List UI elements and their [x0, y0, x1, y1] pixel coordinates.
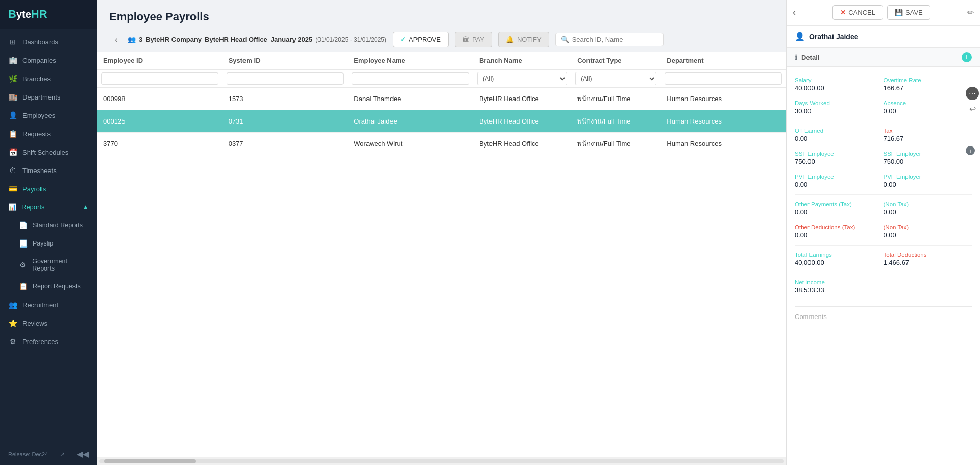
sidebar-item-government-reports[interactable]: ⚙ Government Reports	[0, 253, 97, 277]
days-worked-label: Days Worked	[795, 100, 879, 106]
search-box[interactable]: 🔍	[555, 33, 664, 46]
sidebar-item-requests[interactable]: 📋 Requests	[0, 125, 97, 143]
horizontal-scrollbar[interactable]	[97, 457, 786, 465]
sidebar-item-label: Reports	[21, 203, 45, 211]
field-pvf-employer: PVF Employer 0.00	[884, 169, 972, 192]
right-panel: ‹ ✕ CANCEL 💾 SAVE ✏ 👤 Orathai Jaidee ℹ D…	[786, 0, 980, 465]
sidebar-footer: Release: Dec24 ↗ ◀◀	[0, 443, 97, 465]
filter-system-id[interactable]	[227, 72, 344, 85]
field-other-deductions-nontax: (Non Tax) 0.00	[884, 220, 972, 243]
tax-value: 716.67	[884, 135, 968, 142]
other-payments-tax-value: 0.00	[795, 208, 879, 216]
field-ssf-employer: SSF Employer 750.00	[884, 146, 972, 169]
info-circle-icon: ℹ	[795, 53, 797, 61]
reviews-icon: ⭐	[8, 319, 17, 327]
more-options-button[interactable]: ⋯	[966, 87, 979, 100]
timesheet-icon: ⏱	[8, 166, 17, 175]
pvf-employee-label: PVF Employee	[795, 174, 879, 180]
filter-department[interactable]	[665, 72, 782, 85]
page-area: Employee Payrolls ‹ 👥 3 ByteHR Company B…	[97, 0, 786, 465]
ot-earned-value: 0.00	[795, 135, 879, 142]
external-link-icon[interactable]: ↗	[60, 451, 65, 458]
shift-icon: 📅	[8, 148, 17, 156]
sidebar-item-departments[interactable]: 🏬 Departments	[0, 88, 97, 106]
sidebar-item-timesheets[interactable]: ⏱ Timesheets	[0, 161, 97, 180]
sidebar-collapse-button[interactable]: ◀◀	[77, 449, 89, 459]
other-payments-nontax-value: 0.00	[884, 208, 968, 216]
approve-button[interactable]: ✓ APPROVE	[393, 32, 449, 47]
ssf-employee-label: SSF Employee	[795, 151, 879, 157]
days-worked-value: 30.00	[795, 107, 879, 115]
notify-label: NOTIFY	[517, 36, 542, 43]
sidebar-item-payslip[interactable]: 📃 Payslip	[0, 234, 97, 253]
table-row[interactable]: 000998 1573 Danai Thamdee ByteHR Head Of…	[97, 88, 786, 110]
col-system-id: System ID	[223, 52, 348, 70]
back-button[interactable]: ‹	[793, 7, 796, 18]
sidebar-item-preferences[interactable]: ⚙ Preferences	[0, 332, 97, 351]
col-employee-id: Employee ID	[97, 52, 223, 70]
col-department: Department	[660, 52, 786, 70]
sidebar-item-shift-schedules[interactable]: 📅 Shift Schedules	[0, 143, 97, 161]
sidebar-item-label: Companies	[22, 57, 56, 64]
company-name: ByteHR Company	[145, 36, 202, 43]
sidebar-item-label: Reviews	[22, 320, 47, 327]
save-button[interactable]: 💾 SAVE	[887, 5, 930, 20]
field-other-payments-nontax: (Non Tax) 0.00	[884, 197, 972, 220]
cell-name: Worawech Wirut	[348, 133, 473, 155]
sidebar-item-companies[interactable]: 🏢 Companies	[0, 51, 97, 69]
sidebar-item-recruitment[interactable]: 👥 Recruitment	[0, 296, 97, 314]
col-branch-name: Branch Name	[473, 52, 571, 70]
table-row-selected[interactable]: 000125 0731 Orathai Jaidee ByteHR Head O…	[97, 110, 786, 133]
edit-button[interactable]: ✏	[967, 8, 974, 17]
sidebar-item-standard-reports[interactable]: 📄 Standard Reports	[0, 216, 97, 234]
requests-icon: 📋	[8, 130, 17, 138]
cell-sys-id: 0731	[223, 110, 348, 133]
detail-info-icon[interactable]: i	[962, 52, 972, 62]
preferences-icon: ⚙	[8, 337, 17, 346]
cell-branch: ByteHR Head Office	[473, 133, 571, 155]
cancel-label: CANCEL	[848, 9, 875, 16]
cell-contract: พนักงาน/Full Time	[571, 133, 660, 155]
branches-icon: 🌿	[8, 75, 17, 83]
sidebar-item-payrolls[interactable]: 💳 Payrolls	[0, 180, 97, 198]
sidebar-item-branches[interactable]: 🌿 Branches	[0, 69, 97, 88]
month-name: January 2025	[271, 36, 312, 43]
table-row[interactable]: 3770 0377 Worawech Wirut ByteHR Head Off…	[97, 133, 786, 155]
filter-employee-name[interactable]	[352, 72, 469, 85]
cell-name: Danai Thamdee	[348, 88, 473, 110]
filter-contract[interactable]: (All)	[575, 72, 656, 85]
scrollbar-thumb[interactable]	[104, 459, 196, 463]
other-deductions-nontax-value: 0.00	[884, 231, 968, 239]
sidebar-item-report-requests[interactable]: 📋 Report Requests	[0, 277, 97, 296]
prev-period-button[interactable]: ‹	[109, 33, 124, 47]
pay-button[interactable]: 🏛 PAY	[455, 32, 492, 47]
search-icon: 🔍	[561, 36, 569, 43]
date-range: (01/01/2025 - 31/01/2025)	[315, 36, 386, 43]
info-button[interactable]: i	[966, 146, 975, 155]
history-button[interactable]: ↩	[966, 102, 979, 115]
total-earnings-label: Total Earnings	[795, 252, 879, 258]
notify-button[interactable]: 🔔 NOTIFY	[498, 32, 549, 47]
sidebar-item-label: Dashboards	[22, 38, 58, 46]
page-header: Employee Payrolls	[97, 0, 786, 28]
cell-contract: พนักงาน/Full Time	[571, 110, 660, 133]
cell-sys-id: 0377	[223, 133, 348, 155]
cell-emp-id: 000998	[97, 88, 223, 110]
tax-label: Tax	[884, 128, 968, 134]
sidebar-item-reviews[interactable]: ⭐ Reviews	[0, 314, 97, 332]
sidebar-item-reports[interactable]: 📊 Reports ▲	[0, 198, 97, 216]
sidebar-item-dashboards[interactable]: ⊞ Dashboards	[0, 33, 97, 51]
filter-employee-id[interactable]	[101, 72, 218, 85]
reports-icon: 📊	[8, 203, 16, 211]
cancel-button[interactable]: ✕ CANCEL	[832, 5, 883, 20]
filter-branch[interactable]: (All)	[477, 72, 567, 85]
payroll-table: Employee ID System ID Employee Name Bran…	[97, 52, 786, 155]
sidebar-item-employees[interactable]: 👤 Employees	[0, 106, 97, 125]
field-tax: Tax 716.67	[884, 124, 972, 146]
sidebar: ByteHR ⊞ Dashboards 🏢 Companies 🌿 Branch…	[0, 0, 97, 465]
field-net-income: Net Income 38,533.33	[795, 275, 884, 298]
search-input[interactable]	[572, 36, 658, 43]
sidebar-item-label: Employees	[22, 112, 55, 119]
field-ssf-employee: SSF Employee 750.00	[795, 146, 884, 169]
company-count: 3	[139, 36, 142, 43]
